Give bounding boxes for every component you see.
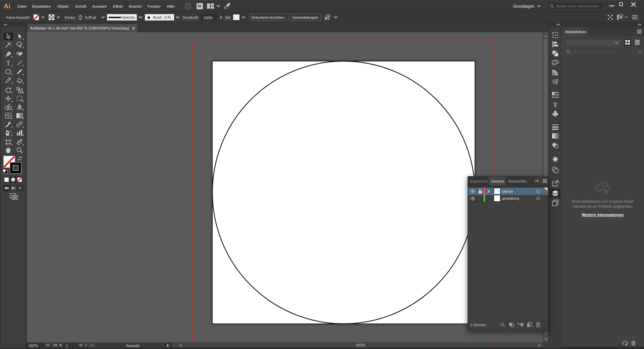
svg-text:T: T — [6, 59, 10, 66]
